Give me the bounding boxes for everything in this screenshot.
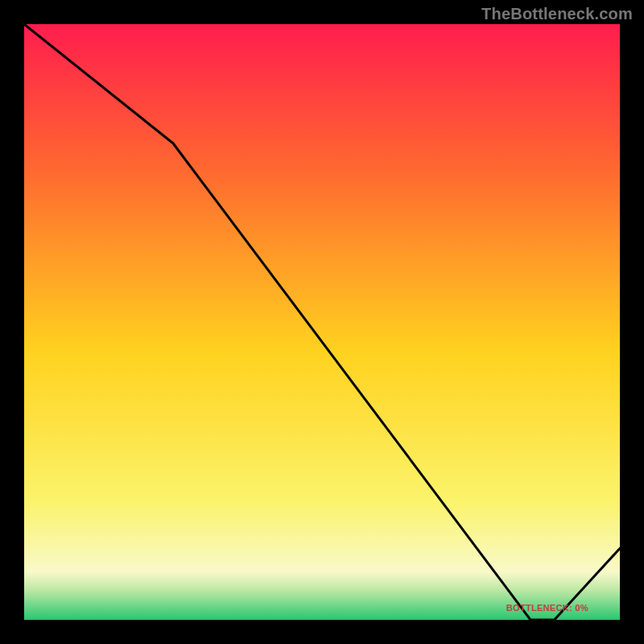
- bottleneck-zero-label: BOTTLENECK: 0%: [506, 603, 588, 613]
- plot-frame: BOTTLENECK: 0%: [24, 24, 620, 620]
- attribution-text: TheBottleneck.com: [481, 5, 633, 23]
- gradient-background: [24, 24, 620, 620]
- chart-container: TheBottleneck.com BOTTLENECK: 0%: [0, 0, 644, 644]
- bottleneck-chart-svg: [24, 24, 620, 620]
